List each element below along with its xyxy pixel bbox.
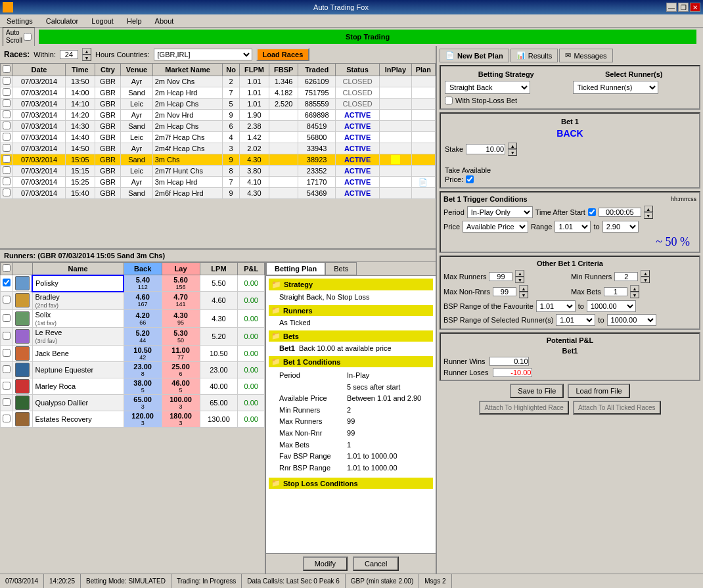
table-row[interactable]: Solix(1st fav) 4.20 66 4.30 95 4.30 0.00 — [1, 309, 265, 327]
range-to-select[interactable]: 2.90 — [602, 221, 639, 233]
load-from-file-button[interactable]: Load from File — [568, 384, 629, 398]
tab-messages[interactable]: ✉ Messages — [559, 49, 612, 62]
max-bets-down[interactable]: ▼ — [630, 292, 639, 298]
runner-lay[interactable]: 100.00 3 — [162, 394, 200, 411]
stake-spinner[interactable]: ▲ ▼ — [508, 143, 517, 156]
max-runners-input[interactable] — [489, 272, 512, 281]
races-select-all[interactable] — [3, 65, 11, 73]
runner-back[interactable]: 10.50 42 — [124, 345, 162, 361]
within-down[interactable]: ▼ — [82, 55, 91, 61]
runner-back[interactable]: 5.40 112 — [124, 275, 162, 292]
cancel-button[interactable]: Cancel — [353, 556, 399, 571]
table-row[interactable]: 07/03/2014 15:40 GBR Sand 2m6f Hcap Hrd … — [1, 188, 436, 199]
runner-back[interactable]: 65.00 3 — [124, 394, 162, 411]
attach-ticked-button[interactable]: Attach To All Ticked Races — [573, 401, 661, 415]
table-row[interactable]: 07/03/2014 14:20 GBR Ayr 2m Nov Hrd 9 1.… — [1, 110, 436, 121]
attach-highlighted-button[interactable]: Attach To Highlighted Race — [479, 401, 568, 415]
checkbox-cell[interactable] — [1, 99, 13, 110]
checkbox-cell[interactable] — [1, 188, 13, 199]
bsp-fav-from[interactable]: 1.01 — [536, 300, 576, 312]
time-up[interactable]: ▲ — [644, 206, 653, 212]
max-runners-up[interactable]: ▲ — [515, 270, 524, 277]
time-input[interactable] — [599, 208, 641, 217]
table-row[interactable]: Jack Bene 10.50 42 11.00 77 10.50 0.00 — [1, 345, 265, 361]
within-up[interactable]: ▲ — [82, 48, 91, 55]
max-runners-down[interactable]: ▼ — [515, 277, 524, 283]
runner-back[interactable]: 38.00 5 — [124, 378, 162, 394]
stake-input[interactable] — [466, 144, 505, 154]
period-select[interactable]: In-Play Only — [467, 206, 533, 218]
save-to-file-button[interactable]: Save to File — [510, 384, 564, 398]
stop-loss-checkbox[interactable] — [445, 97, 453, 104]
tab-bets[interactable]: Bets — [325, 262, 357, 275]
runner-back[interactable]: 4.20 66 — [124, 309, 162, 327]
table-row[interactable]: 07/03/2014 15:15 GBR Leic 2m7f Hunt Chs … — [1, 166, 436, 177]
table-row[interactable]: Bradley(2nd fav) 4.60 167 4.70 141 4.60 … — [1, 292, 265, 310]
max-bets-up[interactable]: ▲ — [630, 285, 639, 292]
runner-back[interactable]: 4.60 167 — [124, 292, 162, 310]
tab-results[interactable]: 📊 Results — [510, 49, 558, 62]
max-non-rnrs-up[interactable]: ▲ — [519, 285, 528, 292]
table-row[interactable]: 07/03/2014 15:25 GBR Ayr 3m Hcap Hrd 7 4… — [1, 177, 436, 188]
checkbox-cell[interactable] — [1, 154, 13, 166]
menu-help[interactable]: Help — [123, 16, 146, 26]
runner-check[interactable] — [1, 345, 13, 361]
runner-check[interactable] — [1, 309, 13, 327]
runner-back[interactable]: 5.20 44 — [124, 327, 162, 345]
close-button[interactable]: ✕ — [690, 3, 700, 12]
price-checkbox[interactable] — [466, 175, 474, 183]
min-runners-input[interactable] — [614, 272, 638, 281]
min-runners-up[interactable]: ▲ — [641, 270, 650, 277]
max-bets-spinner[interactable]: ▲ ▼ — [630, 285, 639, 298]
menu-about[interactable]: About — [151, 16, 178, 26]
time-down[interactable]: ▼ — [644, 212, 653, 219]
within-input[interactable] — [60, 50, 78, 59]
runner-lay[interactable]: 4.70 141 — [162, 292, 200, 310]
checkbox-cell[interactable] — [1, 110, 13, 121]
runner-check[interactable] — [1, 275, 13, 292]
tab-betting-plan[interactable]: Betting Plan — [266, 262, 325, 275]
table-row[interactable]: 07/03/2014 14:10 GBR Leic 2m Hcap Chs 5 … — [1, 99, 436, 110]
bsp-runner-from[interactable]: 1.01 — [556, 314, 595, 326]
runner-check[interactable] — [1, 292, 13, 310]
max-runners-spinner[interactable]: ▲ ▼ — [515, 270, 524, 283]
checkbox-cell[interactable] — [1, 132, 13, 143]
runner-lay[interactable]: 4.30 95 — [162, 309, 200, 327]
stake-up[interactable]: ▲ — [508, 143, 517, 149]
menu-settings[interactable]: Settings — [3, 16, 37, 26]
table-row[interactable]: 07/03/2014 14:00 GBR Sand 2m Hcap Hrd 7 … — [1, 87, 436, 99]
time-after-start-checkbox[interactable] — [588, 208, 596, 216]
table-row[interactable]: 07/03/2014 14:40 GBR Leic 2m7f Hcap Chs … — [1, 132, 436, 143]
price-select[interactable]: Available Price — [463, 221, 528, 233]
min-runners-down[interactable]: ▼ — [641, 277, 650, 283]
stop-trading-banner[interactable]: Stop Trading — [39, 30, 696, 44]
restore-button[interactable]: ❐ — [678, 3, 689, 12]
runner-check[interactable] — [1, 361, 13, 378]
checkbox-cell[interactable] — [1, 177, 13, 188]
runner-wins-input[interactable] — [489, 357, 529, 366]
within-spinner[interactable]: ▲ ▼ — [82, 48, 91, 61]
runner-check[interactable] — [1, 394, 13, 411]
modify-button[interactable]: Modify — [303, 556, 348, 571]
countries-select[interactable]: [GBR,IRL] — [154, 49, 252, 60]
checkbox-cell[interactable] — [1, 121, 13, 132]
checkbox-cell[interactable] — [1, 76, 13, 87]
table-row[interactable]: 07/03/2014 13:50 GBR Ayr 2m Nov Chs 2 1.… — [1, 76, 436, 87]
auto-scroll-checkbox[interactable] — [24, 33, 32, 41]
stake-down[interactable]: ▼ — [508, 149, 517, 156]
runner-lay[interactable]: 25.00 6 — [162, 361, 200, 378]
runner-check[interactable] — [1, 327, 13, 345]
min-runners-spinner[interactable]: ▲ ▼ — [641, 270, 650, 283]
runner-back[interactable]: 120.00 3 — [124, 411, 162, 427]
runner-lay[interactable]: 180.00 3 — [162, 411, 200, 427]
runner-lay[interactable]: 5.60 156 — [162, 275, 200, 292]
runner-check[interactable] — [1, 411, 13, 427]
table-row[interactable]: Qualypso Dallier 65.00 3 100.00 3 65.00 … — [1, 394, 265, 411]
max-bets-input[interactable] — [604, 287, 627, 296]
time-spinner[interactable]: ▲ ▼ — [644, 206, 653, 219]
table-row[interactable]: 07/03/2014 14:30 GBR Sand 2m Hcap Chs 6 … — [1, 121, 436, 132]
load-races-button[interactable]: Load Races — [256, 48, 310, 61]
table-row[interactable]: Marley Roca 38.00 5 46.00 5 40.00 0.00 — [1, 378, 265, 394]
table-row[interactable]: 07/03/2014 14:50 GBR Ayr 2m4f Hcap Chs 3… — [1, 143, 436, 154]
checkbox-cell[interactable] — [1, 87, 13, 99]
